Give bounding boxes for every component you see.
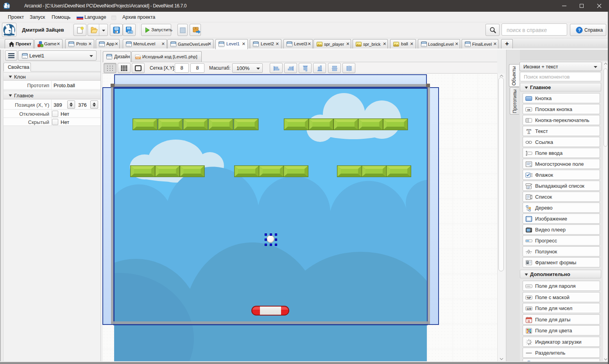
svg-text:PHP: PHP xyxy=(136,57,140,59)
svg-text:?: ? xyxy=(578,28,580,32)
